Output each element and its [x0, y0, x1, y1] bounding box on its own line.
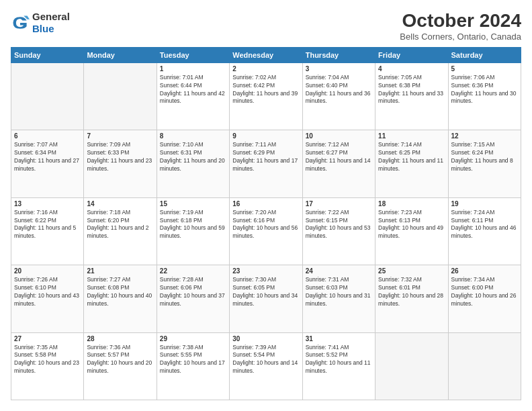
day-number: 25 [378, 267, 445, 275]
day-info: Sunrise: 7:07 AM Sunset: 6:34 PM Dayligh… [14, 141, 81, 173]
page: General Blue October 2024 Bells Corners,… [0, 0, 532, 411]
day-info: Sunrise: 7:02 AM Sunset: 6:42 PM Dayligh… [232, 74, 299, 106]
day-number: 28 [87, 335, 153, 342]
col-thursday: Thursday [302, 47, 375, 62]
calendar-cell: 22Sunrise: 7:28 AM Sunset: 6:06 PM Dayli… [157, 265, 229, 332]
calendar-cell: 15Sunrise: 7:19 AM Sunset: 6:18 PM Dayli… [157, 197, 229, 265]
calendar-cell: 17Sunrise: 7:22 AM Sunset: 6:15 PM Dayli… [302, 197, 375, 265]
day-number: 31 [306, 335, 372, 342]
day-info: Sunrise: 7:14 AM Sunset: 6:25 PM Dayligh… [378, 141, 445, 173]
day-number: 9 [232, 132, 299, 140]
day-number: 13 [14, 200, 81, 208]
week-row-1: 1Sunrise: 7:01 AM Sunset: 6:44 PM Daylig… [11, 62, 521, 130]
day-info: Sunrise: 7:09 AM Sunset: 6:33 PM Dayligh… [87, 141, 153, 173]
calendar-cell: 11Sunrise: 7:14 AM Sunset: 6:25 PM Dayli… [375, 130, 448, 197]
calendar-cell: 20Sunrise: 7:26 AM Sunset: 6:10 PM Dayli… [11, 265, 84, 332]
logo-text: General Blue [32, 11, 70, 35]
calendar-cell: 6Sunrise: 7:07 AM Sunset: 6:34 PM Daylig… [11, 130, 84, 197]
col-wednesday: Wednesday [230, 47, 302, 62]
logo-line1: General [32, 11, 70, 23]
day-info: Sunrise: 7:35 AM Sunset: 5:58 PM Dayligh… [14, 344, 81, 376]
calendar-cell: 24Sunrise: 7:31 AM Sunset: 6:03 PM Dayli… [302, 265, 375, 332]
day-info: Sunrise: 7:32 AM Sunset: 6:01 PM Dayligh… [378, 276, 445, 308]
calendar-cell: 4Sunrise: 7:05 AM Sunset: 6:38 PM Daylig… [375, 62, 448, 130]
day-info: Sunrise: 7:27 AM Sunset: 6:08 PM Dayligh… [87, 276, 153, 308]
calendar-cell: 12Sunrise: 7:15 AM Sunset: 6:24 PM Dayli… [448, 130, 521, 197]
day-info: Sunrise: 7:04 AM Sunset: 6:40 PM Dayligh… [306, 74, 372, 106]
location-subtitle: Bells Corners, Ontario, Canada [400, 32, 521, 42]
day-number: 4 [378, 65, 445, 73]
title-block: October 2024 Bells Corners, Ontario, Can… [400, 11, 521, 42]
day-number: 3 [306, 65, 372, 73]
day-info: Sunrise: 7:24 AM Sunset: 6:11 PM Dayligh… [451, 209, 518, 241]
day-number: 23 [232, 267, 299, 275]
calendar-cell: 8Sunrise: 7:10 AM Sunset: 6:31 PM Daylig… [157, 130, 229, 197]
day-number: 14 [87, 200, 153, 208]
day-number: 18 [378, 200, 445, 208]
day-number: 20 [14, 267, 81, 275]
calendar-cell [448, 332, 521, 400]
day-number: 29 [160, 335, 226, 342]
day-number: 8 [160, 132, 226, 140]
col-saturday: Saturday [448, 47, 521, 62]
week-row-4: 20Sunrise: 7:26 AM Sunset: 6:10 PM Dayli… [11, 265, 521, 332]
calendar-cell: 13Sunrise: 7:16 AM Sunset: 6:22 PM Dayli… [11, 197, 84, 265]
day-number: 12 [451, 132, 518, 140]
calendar-cell: 31Sunrise: 7:41 AM Sunset: 5:52 PM Dayli… [302, 332, 375, 400]
day-info: Sunrise: 7:11 AM Sunset: 6:29 PM Dayligh… [232, 141, 299, 173]
calendar-cell: 3Sunrise: 7:04 AM Sunset: 6:40 PM Daylig… [302, 62, 375, 130]
day-number: 10 [306, 132, 372, 140]
month-title: October 2024 [400, 11, 521, 32]
day-number: 7 [87, 132, 153, 140]
day-info: Sunrise: 7:41 AM Sunset: 5:52 PM Dayligh… [306, 344, 372, 376]
calendar-cell: 18Sunrise: 7:23 AM Sunset: 6:13 PM Dayli… [375, 197, 448, 265]
calendar-cell: 23Sunrise: 7:30 AM Sunset: 6:05 PM Dayli… [230, 265, 302, 332]
calendar-cell: 1Sunrise: 7:01 AM Sunset: 6:44 PM Daylig… [157, 62, 229, 130]
col-monday: Monday [84, 47, 157, 62]
calendar-cell: 27Sunrise: 7:35 AM Sunset: 5:58 PM Dayli… [11, 332, 84, 400]
day-info: Sunrise: 7:23 AM Sunset: 6:13 PM Dayligh… [378, 209, 445, 241]
day-number: 19 [451, 200, 518, 208]
day-number: 21 [87, 267, 153, 275]
day-info: Sunrise: 7:15 AM Sunset: 6:24 PM Dayligh… [451, 141, 518, 173]
logo-line2: Blue [32, 23, 70, 35]
calendar-cell: 5Sunrise: 7:06 AM Sunset: 6:36 PM Daylig… [448, 62, 521, 130]
day-info: Sunrise: 7:34 AM Sunset: 6:00 PM Dayligh… [451, 276, 518, 308]
calendar-cell: 28Sunrise: 7:36 AM Sunset: 5:57 PM Dayli… [84, 332, 157, 400]
day-number: 24 [306, 267, 372, 275]
day-info: Sunrise: 7:39 AM Sunset: 5:54 PM Dayligh… [232, 344, 299, 376]
col-tuesday: Tuesday [157, 47, 229, 62]
day-number: 15 [160, 200, 226, 208]
day-info: Sunrise: 7:36 AM Sunset: 5:57 PM Dayligh… [87, 344, 153, 376]
day-number: 2 [232, 65, 299, 73]
day-number: 22 [160, 267, 226, 275]
day-number: 5 [451, 65, 518, 73]
weekday-header-row: Sunday Monday Tuesday Wednesday Thursday… [11, 47, 521, 62]
day-number: 27 [14, 335, 81, 342]
day-info: Sunrise: 7:05 AM Sunset: 6:38 PM Dayligh… [378, 74, 445, 106]
day-info: Sunrise: 7:06 AM Sunset: 6:36 PM Dayligh… [451, 74, 518, 106]
day-number: 17 [306, 200, 372, 208]
calendar-cell: 14Sunrise: 7:18 AM Sunset: 6:20 PM Dayli… [84, 197, 157, 265]
calendar-cell: 26Sunrise: 7:34 AM Sunset: 6:00 PM Dayli… [448, 265, 521, 332]
week-row-3: 13Sunrise: 7:16 AM Sunset: 6:22 PM Dayli… [11, 197, 521, 265]
day-info: Sunrise: 7:12 AM Sunset: 6:27 PM Dayligh… [306, 141, 372, 173]
day-number: 1 [160, 65, 226, 73]
calendar-cell: 29Sunrise: 7:38 AM Sunset: 5:55 PM Dayli… [157, 332, 229, 400]
calendar-cell [11, 62, 84, 130]
calendar-cell: 10Sunrise: 7:12 AM Sunset: 6:27 PM Dayli… [302, 130, 375, 197]
day-info: Sunrise: 7:31 AM Sunset: 6:03 PM Dayligh… [306, 276, 372, 308]
day-number: 30 [232, 335, 299, 342]
day-info: Sunrise: 7:20 AM Sunset: 6:16 PM Dayligh… [232, 209, 299, 241]
calendar-cell: 7Sunrise: 7:09 AM Sunset: 6:33 PM Daylig… [84, 130, 157, 197]
day-number: 11 [378, 132, 445, 140]
day-number: 6 [14, 132, 81, 140]
day-info: Sunrise: 7:19 AM Sunset: 6:18 PM Dayligh… [160, 209, 226, 241]
week-row-5: 27Sunrise: 7:35 AM Sunset: 5:58 PM Dayli… [11, 332, 521, 400]
day-info: Sunrise: 7:01 AM Sunset: 6:44 PM Dayligh… [160, 74, 226, 106]
calendar-cell: 21Sunrise: 7:27 AM Sunset: 6:08 PM Dayli… [84, 265, 157, 332]
day-info: Sunrise: 7:18 AM Sunset: 6:20 PM Dayligh… [87, 209, 153, 241]
header: General Blue October 2024 Bells Corners,… [11, 11, 521, 42]
day-info: Sunrise: 7:10 AM Sunset: 6:31 PM Dayligh… [160, 141, 226, 173]
day-number: 26 [451, 267, 518, 275]
